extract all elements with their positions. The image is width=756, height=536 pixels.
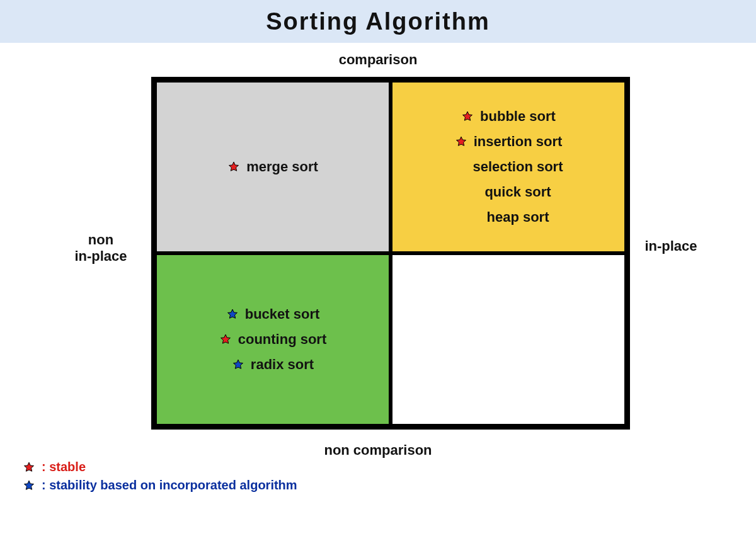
axis-label-left: nonin-place	[63, 232, 139, 265]
title-bar: Sorting Algorithm	[0, 0, 756, 43]
axis-label-right: in-place	[633, 238, 709, 254]
legend-conditional-text: : stability based on incorporated algori…	[42, 478, 297, 493]
legend-stable-text: : stable	[42, 460, 86, 474]
algorithm-item: selection sort	[454, 159, 563, 175]
star-icon	[227, 161, 241, 173]
legend: : stable : stability based on incorporat…	[23, 460, 297, 493]
star-icon	[461, 110, 475, 123]
algorithm-item: heap sort	[467, 209, 549, 225]
legend-stable: : stable	[23, 460, 297, 474]
algorithm-item: counting sort	[219, 331, 327, 348]
algorithm-item: merge sort	[227, 159, 318, 175]
algorithm-label: bucket sort	[245, 306, 320, 322]
algorithm-label: quick sort	[484, 184, 551, 200]
algorithm-label: bubble sort	[480, 108, 556, 125]
axis-label-bottom: non comparison	[0, 442, 756, 459]
algorithm-label: selection sort	[472, 159, 563, 175]
algorithm-label: merge sort	[246, 159, 318, 175]
algorithm-label: counting sort	[238, 331, 327, 348]
star-icon	[23, 461, 37, 474]
algorithm-item: bubble sort	[461, 108, 556, 125]
quadrant-non-in-place-non-comparison: bucket sortcounting sortradix sort	[155, 253, 391, 426]
star-icon	[226, 308, 240, 321]
star-icon	[23, 479, 37, 492]
star-icon	[219, 333, 233, 346]
quadrant-non-in-place-comparison: merge sort	[155, 81, 391, 253]
quadrant-grid: merge sort bubble sortinsertion sortsele…	[151, 77, 630, 430]
legend-conditional-stable: : stability based on incorporated algori…	[23, 478, 297, 493]
star-icon	[232, 358, 246, 371]
quadrant-in-place-comparison: bubble sortinsertion sortselection sortq…	[391, 81, 626, 253]
quadrant-in-place-non-comparison	[391, 253, 626, 426]
algorithm-item: insertion sort	[455, 134, 563, 150]
algorithm-label: heap sort	[486, 209, 549, 225]
page-title: Sorting Algorithm	[266, 8, 490, 35]
algorithm-label: radix sort	[251, 356, 314, 373]
axis-label-top: comparison	[0, 52, 756, 68]
star-icon	[455, 135, 469, 148]
sorting-diagram: comparison non comparison nonin-place in…	[0, 43, 756, 496]
algorithm-label: insertion sort	[474, 134, 563, 150]
algorithm-item: radix sort	[232, 356, 314, 373]
algorithm-item: bucket sort	[226, 306, 320, 322]
algorithm-item: quick sort	[466, 184, 551, 200]
